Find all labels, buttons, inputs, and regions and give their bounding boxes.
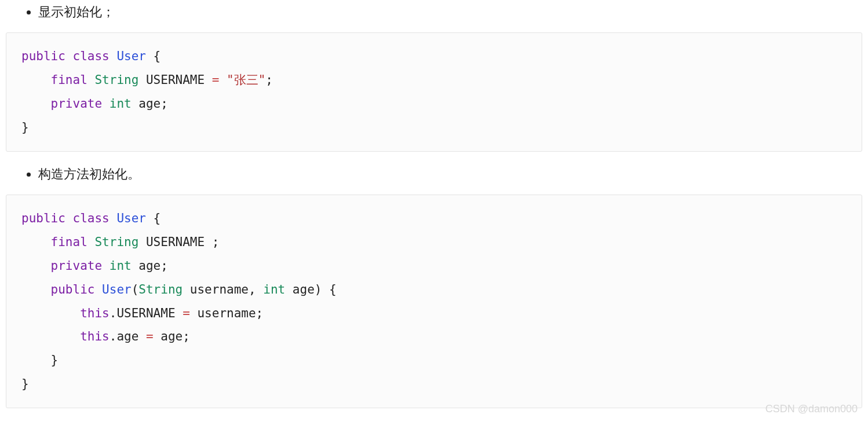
code-block-2: public class User { final String USERNAM…	[6, 195, 862, 409]
code-block-1: public class User { final String USERNAM…	[6, 32, 862, 152]
bullet-explicit-init: 显示初始化；	[38, 3, 862, 21]
bullet-constructor-init: 构造方法初始化。	[38, 166, 862, 183]
